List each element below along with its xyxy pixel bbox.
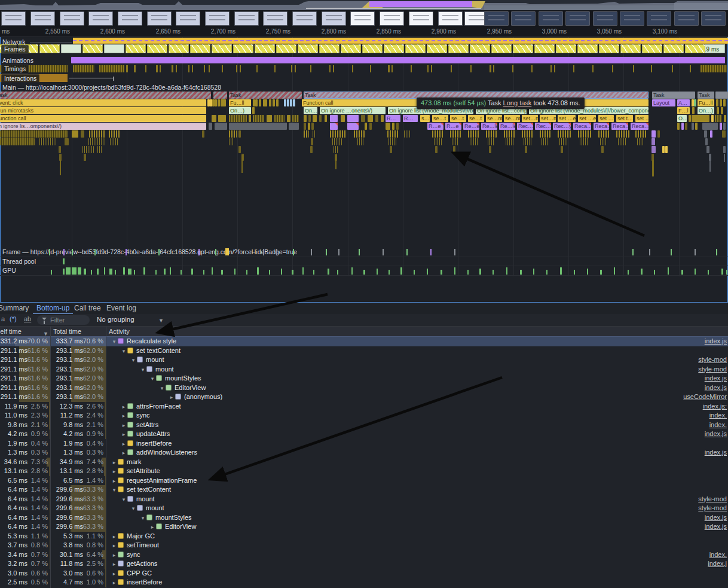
- flame-entry[interactable]: On…): [304, 107, 317, 114]
- frames-track-label[interactable]: Frames: [1, 45, 29, 54]
- collapse-icon[interactable]: ▾: [139, 365, 146, 374]
- flame-entry-tick[interactable]: [365, 123, 367, 130]
- flame-entry-tick[interactable]: [65, 138, 69, 145]
- expand-icon[interactable]: ▸: [111, 578, 118, 587]
- flame-entry-tick[interactable]: [706, 146, 709, 153]
- collapse-icon[interactable]: ▾: [111, 486, 118, 495]
- flame-entry-tick[interactable]: [238, 146, 241, 153]
- column-divider[interactable]: [50, 327, 51, 588]
- table-row[interactable]: 4.2 ms0.9 %4.2 ms0.9 %▸updateAttrsindex.…: [0, 429, 728, 439]
- flame-entry-tick[interactable]: [710, 130, 712, 138]
- activity-cell[interactable]: ▸EditorViewindex.js: [106, 522, 728, 532]
- flame-entry[interactable]: Task: [229, 92, 302, 99]
- flame-entry-tick[interactable]: [308, 123, 310, 130]
- activity-cell[interactable]: ▸syncindex.: [106, 411, 728, 421]
- table-row[interactable]: 1.9 ms0.4 %1.9 ms0.4 %▸insertBefore: [0, 439, 728, 449]
- activity-cell[interactable]: ▸updateAttrsindex.js: [106, 429, 728, 439]
- table-row[interactable]: 331.2 ms70.0 %333.7 ms70.6 %▾Recalculate…: [0, 337, 728, 346]
- flame-entry-tick[interactable]: [717, 107, 719, 114]
- table-row[interactable]: 3.7 ms0.8 %3.8 ms0.8 %▸setTimeout: [0, 541, 728, 550]
- source-link[interactable]: index.: [709, 421, 727, 430]
- collapse-icon[interactable]: ▾: [120, 495, 127, 504]
- flame-entry-tick[interactable]: [540, 130, 550, 138]
- flame-entry-tick[interactable]: [290, 99, 292, 106]
- table-row[interactable]: 5.3 ms1.1 %5.3 ms1.1 %▸Major GC: [0, 532, 728, 541]
- flame-entry-tick[interactable]: [259, 99, 261, 106]
- flame-entry-tick[interactable]: [330, 130, 347, 138]
- filmstrip-thumbnail[interactable]: [176, 11, 200, 26]
- flame-entry[interactable]: set …tent: [598, 115, 614, 122]
- collapse-icon[interactable]: ▾: [130, 504, 137, 513]
- flame-entry-tick[interactable]: [308, 115, 311, 122]
- flame-entry[interactable]: set t…tent: [616, 115, 633, 122]
- screenshot-filmstrip[interactable]: [0, 10, 728, 27]
- source-link[interactable]: index.js: [705, 374, 727, 383]
- source-link[interactable]: style-mod: [698, 504, 727, 513]
- flame-entry-tick[interactable]: [657, 130, 660, 138]
- flame-entry-tick[interactable]: [213, 92, 227, 99]
- flame-entry-tick[interactable]: [692, 123, 694, 130]
- flame-entry-tick[interactable]: [229, 123, 287, 130]
- flame-entry[interactable]: se…t: [432, 115, 448, 122]
- source-link[interactable]: index.js: [705, 429, 727, 439]
- tab-event-log[interactable]: Event log: [103, 303, 140, 315]
- flame-entry-tick[interactable]: [255, 99, 258, 106]
- source-link[interactable]: index.js: [705, 337, 727, 346]
- flame-entry-tick[interactable]: [274, 115, 285, 122]
- filmstrip-thumbnail[interactable]: [647, 11, 671, 26]
- flame-entry-tick[interactable]: [524, 138, 532, 145]
- filmstrip-thumbnail[interactable]: [409, 11, 433, 26]
- filmstrip-thumbnail[interactable]: [60, 11, 84, 26]
- source-link[interactable]: index.js:: [703, 402, 727, 412]
- flame-entry-tick[interactable]: [368, 115, 373, 122]
- flame-entry-tick[interactable]: [716, 99, 718, 106]
- flame-entry[interactable]: R…e: [445, 123, 461, 130]
- expand-icon[interactable]: ▸: [168, 393, 175, 402]
- grouping-select[interactable]: No grouping: [97, 316, 134, 323]
- table-row[interactable]: 291.1 ms61.6 %293.1 ms62.0 %▾mountStyles…: [0, 374, 728, 383]
- match-whole-word-icon[interactable]: ab: [24, 315, 31, 322]
- flame-entry-tick[interactable]: [396, 123, 399, 130]
- flame-entry-tick[interactable]: [720, 99, 722, 106]
- expand-icon[interactable]: ▸: [111, 560, 118, 569]
- flame-entry[interactable]: R…: [386, 115, 400, 122]
- flame-entry-tick[interactable]: [0, 138, 35, 145]
- collapse-icon[interactable]: ▾: [139, 514, 146, 523]
- filmstrip-thumbnail[interactable]: [674, 11, 699, 26]
- frame-track-title[interactable]: Frame — https://id-preview--bd53fd9d-728…: [2, 248, 297, 255]
- flame-entry-tick[interactable]: [692, 115, 709, 122]
- collapse-icon[interactable]: ▾: [120, 347, 127, 356]
- flame-entry-tick[interactable]: [276, 99, 279, 106]
- filmstrip-thumbnail[interactable]: [380, 11, 404, 26]
- flame-entry-tick[interactable]: [715, 115, 722, 122]
- activity-cell[interactable]: ▸setTimeout: [106, 541, 728, 550]
- expand-icon[interactable]: ▸: [111, 477, 118, 486]
- flame-entry-tick[interactable]: [304, 123, 306, 130]
- flame-entry-tick[interactable]: [616, 130, 629, 138]
- flame-entry[interactable]: s…t: [420, 115, 430, 122]
- flame-entry[interactable]: se…t: [450, 115, 466, 122]
- flame-entry-tick[interactable]: [218, 115, 226, 122]
- flame-entry-tick[interactable]: [313, 130, 316, 138]
- filmstrip-thumbnail[interactable]: [322, 11, 346, 26]
- grouping-caret-icon[interactable]: ▼: [158, 318, 164, 324]
- flame-entry-tick[interactable]: [637, 138, 644, 145]
- flame-entry-tick[interactable]: [559, 138, 568, 145]
- table-row[interactable]: 9.8 ms2.1 %9.8 ms2.1 %▸setAttrsindex.: [0, 421, 728, 430]
- table-row[interactable]: 13.1 ms2.8 %13.1 ms2.8 %▸setAttribute: [0, 467, 728, 476]
- flame-entry[interactable]: Event: click: [0, 99, 206, 106]
- flame-entry-tick[interactable]: [561, 146, 563, 153]
- flame-entry[interactable]: Reca…yle: [631, 123, 649, 130]
- expand-icon[interactable]: ▸: [111, 458, 118, 467]
- table-row[interactable]: 6.4 ms1.4 %299.6 ms63.3 %▾mountStylesind…: [0, 513, 728, 523]
- flame-entry-tick[interactable]: [618, 138, 626, 145]
- source-link[interactable]: index.js: [705, 383, 727, 393]
- gpu-title[interactable]: GPU: [2, 267, 16, 274]
- interactions-track-label[interactable]: Interactions: [1, 74, 39, 83]
- gpu-track[interactable]: GPU: [0, 266, 728, 276]
- flame-entry-tick[interactable]: [723, 146, 726, 153]
- expand-icon[interactable]: ▸: [111, 551, 118, 560]
- flame-entry[interactable]: se…nt: [486, 115, 502, 122]
- flame-entry[interactable]: Reca…yle: [573, 123, 591, 130]
- filmstrip-thumbnail[interactable]: [350, 11, 375, 26]
